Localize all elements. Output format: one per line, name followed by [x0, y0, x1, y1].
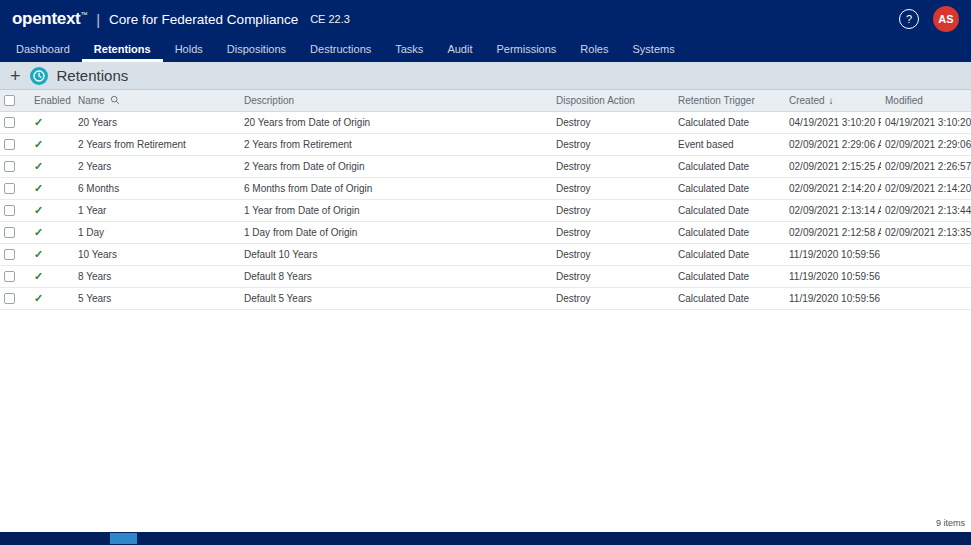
help-button[interactable]: ? — [899, 9, 919, 29]
nav-item-systems[interactable]: Systems — [620, 38, 686, 62]
add-button[interactable]: + — [10, 67, 21, 85]
column-header-created[interactable]: Created↓ — [785, 90, 881, 111]
cell-name[interactable]: 2 Years — [74, 155, 240, 177]
opentext-logo: opentext™ — [12, 9, 87, 29]
cell-name[interactable]: 6 Months — [74, 177, 240, 199]
cell-disposition-action: Destroy — [552, 155, 674, 177]
row-checkbox-cell — [0, 155, 30, 177]
row-checkbox-cell — [0, 199, 30, 221]
cell-enabled: ✓ — [30, 177, 74, 199]
header-checkbox-cell — [0, 90, 30, 111]
row-checkbox[interactable] — [4, 249, 15, 260]
table-row[interactable]: ✓20 Years20 Years from Date of OriginDes… — [0, 111, 971, 133]
cell-name[interactable]: 2 Years from Retirement — [74, 133, 240, 155]
row-checkbox[interactable] — [4, 117, 15, 128]
enabled-check-icon: ✓ — [34, 182, 43, 194]
row-checkbox-cell — [0, 221, 30, 243]
nav-item-holds[interactable]: Holds — [163, 38, 215, 62]
cell-modified: 04/19/2021 3:10:20 PM — [881, 111, 971, 133]
nav-item-permissions[interactable]: Permissions — [484, 38, 568, 62]
row-checkbox[interactable] — [4, 139, 15, 150]
cell-created: 02/09/2021 2:29:06 AM — [785, 133, 881, 155]
retentions-clock-icon — [30, 67, 48, 85]
sort-descending-icon[interactable]: ↓ — [829, 95, 834, 106]
table-row[interactable]: ✓2 Years2 Years from Date of OriginDestr… — [0, 155, 971, 177]
column-header-description[interactable]: Description — [240, 90, 552, 111]
cell-created: 02/09/2021 2:12:58 AM — [785, 221, 881, 243]
select-all-checkbox[interactable] — [4, 95, 15, 106]
nav-item-retentions[interactable]: Retentions — [82, 38, 163, 62]
cell-modified — [881, 287, 971, 309]
row-checkbox-cell — [0, 265, 30, 287]
user-avatar[interactable]: AS — [933, 6, 959, 32]
table-row[interactable]: ✓1 Day1 Day from Date of OriginDestroyCa… — [0, 221, 971, 243]
column-header-retention-trigger[interactable]: Retention Trigger — [674, 90, 785, 111]
cell-disposition-action: Destroy — [552, 111, 674, 133]
cell-disposition-action: Destroy — [552, 177, 674, 199]
table-row[interactable]: ✓2 Years from Retirement2 Years from Ret… — [0, 133, 971, 155]
app-header: opentext™ | Core for Federated Complianc… — [0, 0, 971, 38]
search-icon[interactable] — [110, 95, 120, 105]
nav-item-dashboard[interactable]: Dashboard — [4, 38, 82, 62]
cell-description: 2 Years from Retirement — [240, 133, 552, 155]
column-header-enabled[interactable]: Enabled — [30, 90, 74, 111]
nav-item-destructions[interactable]: Destructions — [298, 38, 383, 62]
table-row[interactable]: ✓1 Year1 Year from Date of OriginDestroy… — [0, 199, 971, 221]
cell-description: Default 5 Years — [240, 287, 552, 309]
row-checkbox-cell — [0, 287, 30, 309]
items-count: 9 items — [936, 518, 965, 528]
table-row[interactable]: ✓6 Months6 Months from Date of OriginDes… — [0, 177, 971, 199]
cell-enabled: ✓ — [30, 265, 74, 287]
nav-item-audit[interactable]: Audit — [435, 38, 484, 62]
cell-retention-trigger: Calculated Date — [674, 155, 785, 177]
column-header-disposition-action[interactable]: Disposition Action — [552, 90, 674, 111]
column-header-name[interactable]: Name — [74, 90, 240, 111]
horizontal-scrollbar[interactable] — [0, 532, 971, 545]
cell-disposition-action: Destroy — [552, 133, 674, 155]
app-version: CE 22.3 — [310, 13, 350, 25]
enabled-check-icon: ✓ — [34, 248, 43, 260]
nav-item-dispositions[interactable]: Dispositions — [215, 38, 298, 62]
cell-modified: 02/09/2021 2:29:06 AM — [881, 133, 971, 155]
row-checkbox[interactable] — [4, 205, 15, 216]
cell-modified — [881, 243, 971, 265]
cell-name[interactable]: 10 Years — [74, 243, 240, 265]
enabled-check-icon: ✓ — [34, 204, 43, 216]
header-actions: ? AS — [899, 6, 959, 32]
cell-created: 02/09/2021 2:14:20 AM — [785, 177, 881, 199]
scrollbar-thumb[interactable] — [110, 533, 137, 544]
row-checkbox[interactable] — [4, 161, 15, 172]
cell-name[interactable]: 1 Year — [74, 199, 240, 221]
row-checkbox[interactable] — [4, 271, 15, 282]
header-divider: | — [96, 11, 100, 28]
column-header-modified[interactable]: Modified — [881, 90, 971, 111]
cell-enabled: ✓ — [30, 111, 74, 133]
cell-name[interactable]: 1 Day — [74, 221, 240, 243]
nav-item-roles[interactable]: Roles — [568, 38, 620, 62]
table-row[interactable]: ✓8 YearsDefault 8 YearsDestroyCalculated… — [0, 265, 971, 287]
enabled-check-icon: ✓ — [34, 138, 43, 150]
cell-description: 1 Year from Date of Origin — [240, 199, 552, 221]
enabled-check-icon: ✓ — [34, 116, 43, 128]
cell-modified: 02/09/2021 2:26:57 AM — [881, 155, 971, 177]
row-checkbox-cell — [0, 243, 30, 265]
cell-name[interactable]: 5 Years — [74, 287, 240, 309]
table-row[interactable]: ✓10 YearsDefault 10 YearsDestroyCalculat… — [0, 243, 971, 265]
row-checkbox-cell — [0, 177, 30, 199]
cell-name[interactable]: 20 Years — [74, 111, 240, 133]
row-checkbox[interactable] — [4, 293, 15, 304]
cell-disposition-action: Destroy — [552, 199, 674, 221]
cell-created: 11/19/2020 10:59:56 AM — [785, 287, 881, 309]
cell-enabled: ✓ — [30, 287, 74, 309]
retentions-table: Enabled Name Description Disposition Act… — [0, 90, 971, 310]
nav-item-tasks[interactable]: Tasks — [383, 38, 435, 62]
row-checkbox[interactable] — [4, 183, 15, 194]
cell-name[interactable]: 8 Years — [74, 265, 240, 287]
enabled-check-icon: ✓ — [34, 292, 43, 304]
cell-created: 04/19/2021 3:10:20 PM — [785, 111, 881, 133]
app-title: Core for Federated Compliance — [109, 12, 298, 27]
cell-enabled: ✓ — [30, 243, 74, 265]
cell-retention-trigger: Event based — [674, 133, 785, 155]
row-checkbox[interactable] — [4, 227, 15, 238]
table-row[interactable]: ✓5 YearsDefault 5 YearsDestroyCalculated… — [0, 287, 971, 309]
